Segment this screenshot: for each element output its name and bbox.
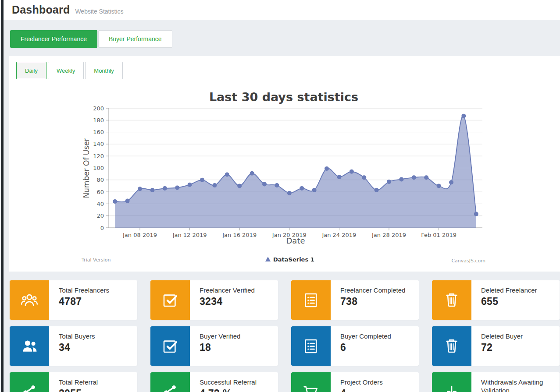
stat-card-label: Freelancer Completed [340, 286, 405, 294]
stat-cards-grid: Total Freelancers4787Freelancer Verified… [10, 280, 560, 392]
data-point-marker[interactable] [275, 183, 279, 187]
data-point-marker[interactable] [138, 187, 142, 191]
x-tick-label: Jan 28 2019 [371, 232, 406, 238]
data-point-marker[interactable] [437, 184, 441, 188]
stat-card-value: 6 [340, 342, 391, 353]
tab-freelancer-performance[interactable]: Freelancer Performance [10, 30, 97, 48]
x-tick-label: Jan 12 2019 [172, 232, 207, 238]
data-point-marker[interactable] [325, 166, 329, 171]
stat-card-label: Total Freelancers [59, 286, 109, 294]
tab-daily[interactable]: Daily [16, 62, 46, 79]
stat-card-deleted-buyer: Deleted Buyer72 [432, 326, 560, 366]
stat-card-total-freelancers: Total Freelancers4787 [10, 280, 137, 320]
stat-card-icon-block [291, 326, 331, 366]
stat-card-icon-block [432, 280, 471, 320]
stat-card-buyer-completed: Buyer Completed6 [291, 326, 419, 366]
data-point-marker[interactable] [449, 180, 453, 184]
stat-card-value: 2055 [59, 388, 98, 392]
users-solid-icon [20, 337, 39, 355]
list-check-icon [302, 337, 320, 355]
stat-card-label: Deleted Buyer [481, 332, 523, 340]
stat-card-withdrawals-awaiting-validation: Withdrawals Awaiting Validation [432, 372, 560, 392]
page-subtitle: Website Statistics [75, 8, 123, 15]
stat-card-project-orders: Project Orders4 [291, 372, 419, 392]
stat-card-successful-referral: Successful Referral4.72 % [150, 372, 278, 392]
data-point-marker[interactable] [474, 212, 478, 216]
stat-card-icon-block [10, 280, 49, 320]
y-tick-label: 200 [93, 105, 104, 112]
series-area [115, 116, 476, 228]
left-edge-bar [1, 0, 4, 392]
stat-card-icon-block [10, 326, 49, 366]
y-tick-label: 120 [93, 153, 104, 159]
data-point-marker[interactable] [150, 188, 154, 192]
data-point-marker[interactable] [125, 199, 130, 203]
stat-card-icon-block [432, 372, 471, 392]
stat-card-value: 34 [59, 342, 95, 353]
data-point-marker[interactable] [412, 175, 416, 180]
trash-icon [442, 291, 461, 309]
data-point-marker[interactable] [387, 180, 391, 184]
chart-title: Last 30 days statistics [209, 90, 358, 104]
data-point-marker[interactable] [362, 175, 366, 180]
list-check-icon [302, 291, 320, 309]
data-point-marker[interactable] [461, 114, 466, 118]
data-point-marker[interactable] [350, 170, 354, 174]
stat-card-deleted-freelancer: Deleted Freelancer655 [432, 280, 560, 320]
legend-label[interactable]: DataSeries 1 [273, 256, 314, 263]
stat-card-total-buyers: Total Buyers34 [10, 326, 137, 366]
x-tick-label: Feb 01 2019 [421, 232, 457, 238]
y-axis-title: Number Of User [82, 138, 91, 198]
statistics-panel: Daily Weekly Monthly 0204060801001201401… [9, 56, 560, 272]
data-point-marker[interactable] [375, 188, 379, 192]
x-axis-title: Date [286, 236, 305, 245]
stat-card-label: Total Buyers [59, 332, 95, 340]
data-point-marker[interactable] [262, 182, 267, 186]
x-tick-label: Jan 24 2019 [321, 232, 356, 238]
check-square-icon [161, 291, 179, 309]
check-square-icon [161, 337, 179, 355]
y-tick-label: 180 [93, 117, 104, 124]
last-30-days-chart[interactable]: 020406080100120140160180200Jan 08 2019Ja… [9, 56, 560, 272]
stat-card-label: Buyer Completed [340, 332, 391, 340]
tab-buyer-performance[interactable]: Buyer Performance [98, 30, 172, 48]
data-point-marker[interactable] [225, 173, 229, 177]
legend-marker-icon[interactable] [265, 257, 271, 261]
tab-weekly[interactable]: Weekly [48, 62, 84, 79]
y-tick-label: 20 [96, 212, 104, 219]
data-point-marker[interactable] [200, 178, 204, 182]
data-point-marker[interactable] [250, 171, 254, 176]
stat-card-label: Freelancer Verified [200, 286, 255, 294]
data-point-marker[interactable] [337, 175, 341, 179]
data-point-marker[interactable] [399, 177, 403, 181]
share-nodes-icon [20, 383, 39, 392]
data-point-marker[interactable] [237, 184, 242, 188]
data-point-marker[interactable] [175, 186, 179, 190]
stat-card-label: Project Orders [340, 378, 383, 386]
stat-card-value: 4.72 % [200, 388, 257, 392]
y-tick-label: 0 [100, 225, 104, 231]
stat-card-label: Successful Referral [200, 378, 257, 386]
stat-card-value: 18 [200, 342, 240, 353]
stat-card-value: 3234 [200, 296, 255, 307]
trial-version-watermark: Trial Version [81, 257, 111, 263]
y-tick-label: 160 [93, 129, 104, 135]
y-tick-label: 60 [96, 189, 104, 195]
data-point-marker[interactable] [113, 199, 117, 204]
stat-card-label: Deleted Freelancer [481, 286, 537, 294]
stat-card-label: Total Referral [59, 378, 98, 386]
data-point-marker[interactable] [163, 186, 167, 191]
stat-card-icon-block [150, 280, 190, 320]
data-point-marker[interactable] [287, 191, 292, 195]
data-point-marker[interactable] [312, 188, 317, 192]
data-point-marker[interactable] [300, 186, 304, 191]
stat-card-icon-block [291, 372, 331, 392]
stat-card-value: 4 [340, 388, 383, 392]
canvasjs-link[interactable]: CanvasJS.com [451, 258, 485, 264]
data-point-marker[interactable] [424, 175, 428, 180]
data-point-marker[interactable] [188, 183, 192, 187]
users-group-icon [20, 291, 39, 309]
data-point-marker[interactable] [212, 183, 217, 187]
tab-monthly[interactable]: Monthly [85, 62, 123, 79]
y-tick-label: 100 [93, 165, 104, 171]
